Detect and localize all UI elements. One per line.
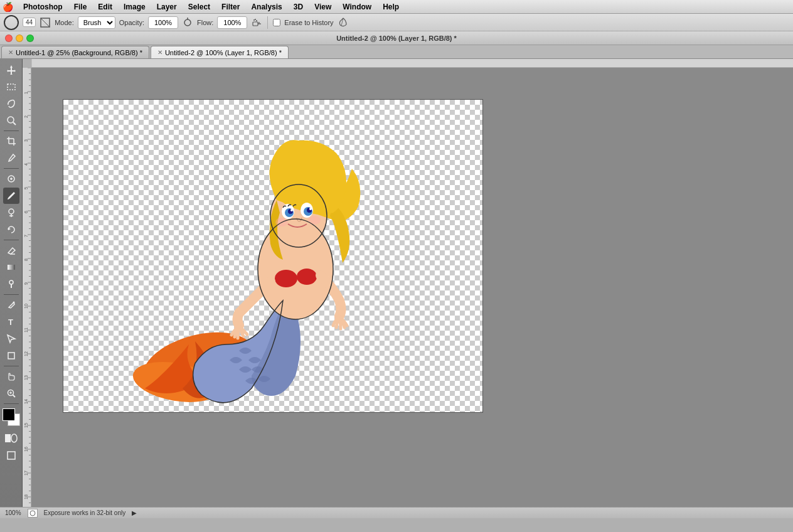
svg-point-46	[275, 270, 297, 287]
main-area: T	[0, 59, 793, 507]
tool-crop[interactable]	[3, 133, 19, 149]
svg-point-47	[297, 269, 317, 285]
svg-text:T: T	[8, 317, 13, 327]
airbrush-icon[interactable]	[182, 17, 193, 28]
svg-marker-11	[7, 65, 16, 75]
svg-point-8	[255, 19, 256, 20]
tool-separator-1	[4, 130, 19, 131]
svg-line-14	[13, 122, 16, 125]
tool-separator-5	[4, 366, 19, 366]
menu-analysis[interactable]: Analysis	[246, 1, 287, 13]
opacity-label: Opacity:	[119, 19, 144, 26]
menu-photoshop[interactable]: Photoshop	[18, 1, 68, 13]
tool-zoom[interactable]	[3, 385, 19, 402]
flow-label: Flow:	[197, 19, 213, 26]
tool-text[interactable]: T	[3, 314, 19, 330]
tool-marquee[interactable]	[3, 78, 19, 95]
canvas-container	[63, 99, 483, 413]
tabs-bar: ✕ Untitled-1 @ 25% (Background, RGB/8) *…	[0, 45, 793, 59]
svg-line-35	[13, 395, 15, 398]
svg-point-62	[30, 511, 35, 516]
menu-view[interactable]: View	[309, 1, 336, 13]
brush-preview[interactable]	[4, 15, 19, 30]
menu-image[interactable]: Image	[119, 1, 151, 13]
menu-layer[interactable]: Layer	[152, 1, 182, 13]
tool-lasso[interactable]	[3, 95, 19, 112]
close-button[interactable]	[5, 35, 13, 42]
tool-move[interactable]	[3, 61, 19, 78]
tool-quick-select[interactable]	[3, 112, 19, 129]
feather-icon[interactable]	[338, 17, 349, 28]
tool-eyedropper[interactable]	[3, 150, 19, 166]
svg-point-57	[309, 208, 312, 210]
tool-path-select[interactable]	[3, 331, 19, 347]
ruler-left	[23, 68, 31, 507]
status-arrow[interactable]: ▶	[132, 509, 137, 516]
menu-select[interactable]: Select	[183, 1, 215, 13]
tool-screen-mode[interactable]	[3, 447, 19, 464]
spray-icon[interactable]	[251, 17, 262, 28]
menu-window[interactable]: Window	[338, 1, 376, 13]
tool-gradient[interactable]	[3, 259, 19, 275]
erase-history-label: Erase to History	[284, 19, 333, 26]
tool-separator-6	[4, 403, 19, 404]
menu-help[interactable]: Help	[378, 1, 404, 13]
tool-dodge[interactable]	[3, 276, 19, 292]
mermaid-image	[114, 112, 427, 407]
menu-filter[interactable]: Filter	[216, 1, 245, 13]
foreground-color[interactable]	[3, 408, 15, 421]
maximize-button[interactable]	[26, 35, 34, 42]
status-message: Exposure works in 32-bit only	[44, 509, 126, 516]
apple-menu[interactable]: 🍎	[3, 2, 13, 12]
tool-brush[interactable]	[3, 188, 19, 204]
tool-pen[interactable]	[3, 297, 19, 313]
brush-size-value[interactable]: 44	[23, 18, 36, 27]
tool-spot-heal[interactable]	[3, 171, 19, 187]
tool-separator-2	[4, 168, 19, 169]
zoom-level: 100%	[5, 509, 21, 516]
opacity-input[interactable]	[148, 16, 178, 29]
svg-line-1	[41, 18, 50, 27]
svg-rect-33	[8, 353, 14, 359]
mode-dropdown[interactable]: Brush Pencil Block	[78, 16, 115, 29]
svg-rect-4	[253, 22, 258, 26]
menu-file[interactable]: File	[69, 1, 92, 13]
options-bar: 44 Mode: Brush Pencil Block Opacity: Flo…	[0, 14, 793, 31]
image-canvas[interactable]	[63, 99, 483, 413]
tab-close-1[interactable]: ✕	[8, 49, 13, 56]
tab-untitled2[interactable]: ✕ Untitled-2 @ 100% (Layer 1, RGB/8) *	[151, 46, 289, 58]
erase-history-checkbox[interactable]	[273, 19, 280, 26]
tool-hand[interactable]	[3, 368, 19, 385]
flow-input[interactable]	[217, 16, 247, 29]
tab-untitled1[interactable]: ✕ Untitled-1 @ 25% (Background, RGB/8) *	[1, 46, 149, 58]
tool-shape[interactable]	[3, 348, 19, 364]
separator	[267, 16, 268, 29]
svg-rect-39	[11, 434, 17, 442]
tool-clone[interactable]	[3, 205, 19, 221]
svg-rect-38	[5, 434, 11, 442]
svg-rect-40	[8, 452, 15, 459]
mode-label: Mode:	[55, 19, 74, 26]
tool-quick-mask[interactable]	[3, 430, 19, 447]
ruler-top	[31, 59, 793, 68]
color-boxes	[3, 408, 20, 426]
brush-mode-icon[interactable]	[40, 17, 51, 28]
svg-point-7	[253, 19, 255, 21]
svg-rect-41	[31, 59, 793, 68]
ruler-canvas-row	[23, 68, 793, 507]
svg-point-13	[8, 117, 14, 123]
svg-marker-25	[8, 228, 11, 230]
tool-eraser[interactable]	[3, 242, 19, 258]
window-chrome: Untitled-2 @ 100% (Layer 1, RGB/8) *	[0, 31, 793, 45]
menu-edit[interactable]: Edit	[93, 1, 117, 13]
tool-history-brush[interactable]	[3, 221, 19, 238]
status-info-box[interactable]	[28, 509, 38, 518]
menu-3d[interactable]: 3D	[289, 1, 308, 13]
canvas-area[interactable]	[31, 68, 793, 507]
tab-close-2[interactable]: ✕	[157, 49, 162, 56]
svg-rect-27	[8, 265, 15, 270]
svg-rect-12	[8, 84, 15, 90]
svg-point-9	[256, 20, 257, 21]
svg-point-56	[290, 209, 293, 211]
minimize-button[interactable]	[16, 35, 23, 42]
